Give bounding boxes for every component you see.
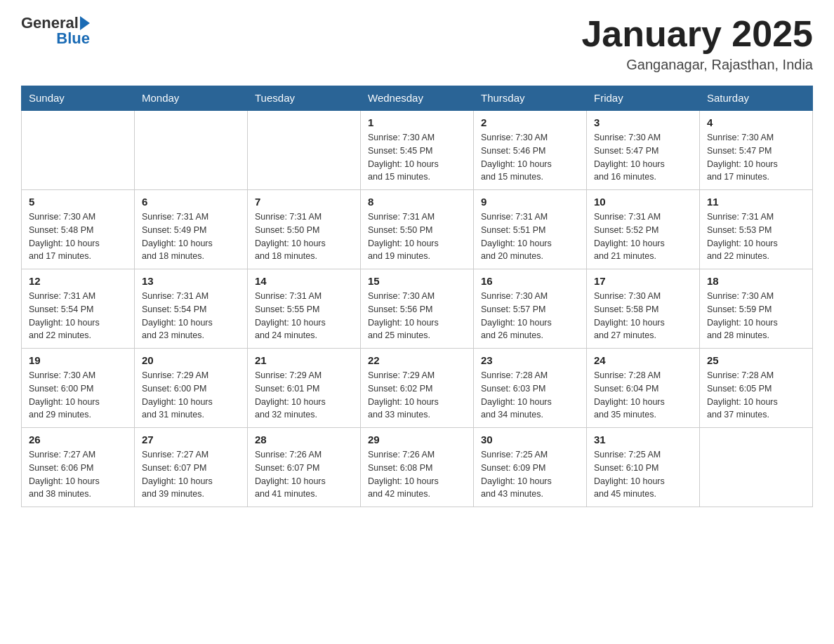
day-number: 19 (29, 354, 127, 366)
calendar-day-cell (22, 110, 135, 190)
day-number: 16 (481, 275, 579, 287)
day-number: 17 (594, 275, 692, 287)
calendar-day-cell: 6Sunrise: 7:31 AM Sunset: 5:49 PM Daylig… (135, 190, 248, 269)
calendar-day-cell: 18Sunrise: 7:30 AM Sunset: 5:59 PM Dayli… (700, 269, 813, 349)
day-number: 28 (255, 434, 353, 445)
day-info: Sunrise: 7:30 AM Sunset: 5:56 PM Dayligh… (368, 290, 466, 342)
calendar-header-row: SundayMondayTuesdayWednesdayThursdayFrid… (22, 86, 813, 111)
calendar-day-cell: 1Sunrise: 7:30 AM Sunset: 5:45 PM Daylig… (361, 110, 474, 190)
day-number: 6 (142, 196, 240, 208)
calendar-day-cell: 16Sunrise: 7:30 AM Sunset: 5:57 PM Dayli… (474, 269, 587, 349)
calendar-day-cell: 7Sunrise: 7:31 AM Sunset: 5:50 PM Daylig… (248, 190, 361, 269)
calendar-day-cell: 25Sunrise: 7:28 AM Sunset: 6:05 PM Dayli… (700, 349, 813, 428)
logo: General Blue (21, 14, 90, 48)
day-number: 18 (707, 275, 805, 287)
calendar-day-cell: 24Sunrise: 7:28 AM Sunset: 6:04 PM Dayli… (587, 349, 700, 428)
day-number: 25 (707, 354, 805, 366)
calendar-day-cell: 15Sunrise: 7:30 AM Sunset: 5:56 PM Dayli… (361, 269, 474, 349)
day-info: Sunrise: 7:31 AM Sunset: 5:55 PM Dayligh… (255, 290, 353, 342)
day-number: 14 (255, 275, 353, 287)
calendar-day-header: Thursday (474, 86, 587, 111)
calendar-day-cell: 31Sunrise: 7:25 AM Sunset: 6:10 PM Dayli… (587, 428, 700, 507)
calendar-day-cell: 21Sunrise: 7:29 AM Sunset: 6:01 PM Dayli… (248, 349, 361, 428)
location: Ganganagar, Rajasthan, India (581, 57, 813, 73)
calendar-day-header: Monday (135, 86, 248, 111)
calendar-day-cell: 11Sunrise: 7:31 AM Sunset: 5:53 PM Dayli… (700, 190, 813, 269)
day-number: 7 (255, 196, 353, 208)
calendar-week-row: 19Sunrise: 7:30 AM Sunset: 6:00 PM Dayli… (22, 349, 813, 428)
day-number: 21 (255, 354, 353, 366)
day-number: 1 (368, 116, 466, 128)
page-header: General Blue January 2025 Ganganagar, Ra… (21, 14, 813, 73)
day-info: Sunrise: 7:28 AM Sunset: 6:03 PM Dayligh… (481, 369, 579, 422)
day-info: Sunrise: 7:31 AM Sunset: 5:54 PM Dayligh… (29, 290, 127, 342)
calendar-week-row: 1Sunrise: 7:30 AM Sunset: 5:45 PM Daylig… (22, 110, 813, 190)
day-number: 9 (481, 196, 579, 208)
calendar-day-cell: 27Sunrise: 7:27 AM Sunset: 6:07 PM Dayli… (135, 428, 248, 507)
day-info: Sunrise: 7:27 AM Sunset: 6:07 PM Dayligh… (142, 448, 240, 501)
day-info: Sunrise: 7:25 AM Sunset: 6:10 PM Dayligh… (594, 448, 692, 501)
logo-blue: Blue (56, 29, 90, 47)
day-info: Sunrise: 7:29 AM Sunset: 6:00 PM Dayligh… (142, 369, 240, 422)
calendar-table: SundayMondayTuesdayWednesdayThursdayFrid… (21, 86, 813, 507)
day-info: Sunrise: 7:30 AM Sunset: 5:47 PM Dayligh… (707, 131, 805, 184)
day-info: Sunrise: 7:31 AM Sunset: 5:49 PM Dayligh… (142, 210, 240, 263)
day-number: 11 (707, 196, 805, 208)
day-number: 15 (368, 275, 466, 287)
day-number: 2 (481, 116, 579, 128)
day-info: Sunrise: 7:30 AM Sunset: 5:59 PM Dayligh… (707, 290, 805, 342)
calendar-day-header: Sunday (22, 86, 135, 111)
day-info: Sunrise: 7:26 AM Sunset: 6:07 PM Dayligh… (255, 448, 353, 501)
day-number: 5 (29, 196, 127, 208)
calendar-day-cell: 29Sunrise: 7:26 AM Sunset: 6:08 PM Dayli… (361, 428, 474, 507)
calendar-week-row: 26Sunrise: 7:27 AM Sunset: 6:06 PM Dayli… (22, 428, 813, 507)
calendar-day-header: Saturday (700, 86, 813, 111)
day-number: 27 (142, 434, 240, 445)
calendar-day-cell (248, 110, 361, 190)
calendar-day-cell: 13Sunrise: 7:31 AM Sunset: 5:54 PM Dayli… (135, 269, 248, 349)
calendar-day-cell: 14Sunrise: 7:31 AM Sunset: 5:55 PM Dayli… (248, 269, 361, 349)
day-number: 20 (142, 354, 240, 366)
day-info: Sunrise: 7:31 AM Sunset: 5:50 PM Dayligh… (368, 210, 466, 263)
calendar-week-row: 12Sunrise: 7:31 AM Sunset: 5:54 PM Dayli… (22, 269, 813, 349)
day-info: Sunrise: 7:31 AM Sunset: 5:53 PM Dayligh… (707, 210, 805, 263)
calendar-day-cell: 28Sunrise: 7:26 AM Sunset: 6:07 PM Dayli… (248, 428, 361, 507)
day-number: 26 (29, 434, 127, 445)
day-info: Sunrise: 7:27 AM Sunset: 6:06 PM Dayligh… (29, 448, 127, 501)
day-info: Sunrise: 7:31 AM Sunset: 5:50 PM Dayligh… (255, 210, 353, 263)
day-number: 12 (29, 275, 127, 287)
day-info: Sunrise: 7:30 AM Sunset: 5:47 PM Dayligh… (594, 131, 692, 184)
day-number: 23 (481, 354, 579, 366)
logo-arrow-icon (80, 16, 90, 30)
day-number: 3 (594, 116, 692, 128)
calendar-day-cell: 3Sunrise: 7:30 AM Sunset: 5:47 PM Daylig… (587, 110, 700, 190)
calendar-day-cell: 30Sunrise: 7:25 AM Sunset: 6:09 PM Dayli… (474, 428, 587, 507)
day-number: 22 (368, 354, 466, 366)
day-info: Sunrise: 7:30 AM Sunset: 5:57 PM Dayligh… (481, 290, 579, 342)
calendar-day-cell: 10Sunrise: 7:31 AM Sunset: 5:52 PM Dayli… (587, 190, 700, 269)
calendar-day-cell: 20Sunrise: 7:29 AM Sunset: 6:00 PM Dayli… (135, 349, 248, 428)
day-number: 29 (368, 434, 466, 445)
calendar-day-cell: 5Sunrise: 7:30 AM Sunset: 5:48 PM Daylig… (22, 190, 135, 269)
day-info: Sunrise: 7:30 AM Sunset: 6:00 PM Dayligh… (29, 369, 127, 422)
title-block: January 2025 Ganganagar, Rajasthan, Indi… (581, 14, 813, 73)
calendar-day-cell: 19Sunrise: 7:30 AM Sunset: 6:00 PM Dayli… (22, 349, 135, 428)
day-number: 10 (594, 196, 692, 208)
calendar-day-cell: 17Sunrise: 7:30 AM Sunset: 5:58 PM Dayli… (587, 269, 700, 349)
calendar-day-cell: 26Sunrise: 7:27 AM Sunset: 6:06 PM Dayli… (22, 428, 135, 507)
day-number: 24 (594, 354, 692, 366)
calendar-day-cell: 4Sunrise: 7:30 AM Sunset: 5:47 PM Daylig… (700, 110, 813, 190)
calendar-day-header: Friday (587, 86, 700, 111)
calendar-day-cell (700, 428, 813, 507)
calendar-day-cell: 22Sunrise: 7:29 AM Sunset: 6:02 PM Dayli… (361, 349, 474, 428)
calendar-day-cell: 23Sunrise: 7:28 AM Sunset: 6:03 PM Dayli… (474, 349, 587, 428)
day-info: Sunrise: 7:30 AM Sunset: 5:58 PM Dayligh… (594, 290, 692, 342)
day-number: 4 (707, 116, 805, 128)
day-info: Sunrise: 7:28 AM Sunset: 6:04 PM Dayligh… (594, 369, 692, 422)
day-info: Sunrise: 7:30 AM Sunset: 5:46 PM Dayligh… (481, 131, 579, 184)
day-number: 8 (368, 196, 466, 208)
calendar-day-cell (135, 110, 248, 190)
calendar-day-cell: 12Sunrise: 7:31 AM Sunset: 5:54 PM Dayli… (22, 269, 135, 349)
calendar-day-cell: 2Sunrise: 7:30 AM Sunset: 5:46 PM Daylig… (474, 110, 587, 190)
day-info: Sunrise: 7:29 AM Sunset: 6:01 PM Dayligh… (255, 369, 353, 422)
